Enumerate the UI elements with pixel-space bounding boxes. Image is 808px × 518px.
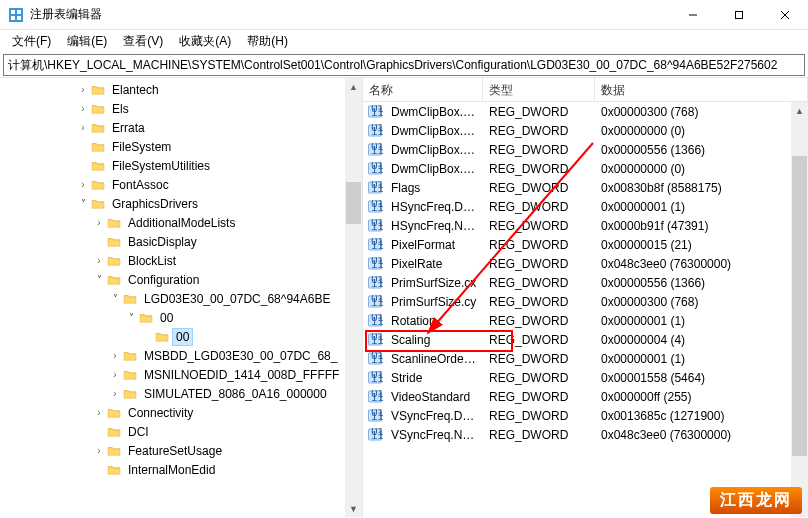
tree-item[interactable]: InternalMonEdid	[12, 460, 362, 479]
value-row[interactable]: 011110DwmClipBox.leftREG_DWORD0x00000000…	[363, 121, 808, 140]
menu-bar: 文件(F) 编辑(E) 查看(V) 收藏夹(A) 帮助(H)	[0, 30, 808, 52]
expand-icon[interactable]: ›	[108, 369, 122, 380]
tree-item[interactable]: ˅GraphicsDrivers	[12, 194, 362, 213]
expand-icon[interactable]: ›	[92, 407, 106, 418]
tree-item[interactable]: 00	[12, 327, 362, 346]
menu-file[interactable]: 文件(F)	[4, 31, 59, 52]
value-row[interactable]: 011110VSyncFreq.Den...REG_DWORD0x0013685…	[363, 406, 808, 425]
menu-help[interactable]: 帮助(H)	[239, 31, 296, 52]
close-button[interactable]	[762, 0, 808, 30]
tree-item[interactable]: ›Errata	[12, 118, 362, 137]
tree-item[interactable]: ›SIMULATED_8086_0A16_000000	[12, 384, 362, 403]
folder-icon	[106, 273, 122, 287]
scroll-thumb[interactable]	[792, 156, 807, 456]
list-pane: 名称 类型 数据 011110DwmClipBox.b...REG_DWORD0…	[363, 78, 808, 517]
value-row[interactable]: 011110DwmClipBox.ri...REG_DWORD0x0000055…	[363, 140, 808, 159]
tree-item[interactable]: ˅00	[12, 308, 362, 327]
tree-scrollbar[interactable]: ▲ ▼	[345, 78, 362, 517]
expand-icon[interactable]: ›	[76, 84, 90, 95]
value-row[interactable]: 011110PixelFormatREG_DWORD0x00000015 (21…	[363, 235, 808, 254]
registry-tree[interactable]: ›Elantech›Els›ErrataFileSystemFileSystem…	[0, 80, 362, 479]
value-row[interactable]: 011110StrideREG_DWORD0x00001558 (5464)	[363, 368, 808, 387]
collapse-icon[interactable]: ˅	[92, 274, 106, 285]
collapse-icon[interactable]: ˅	[124, 312, 138, 323]
expand-icon[interactable]: ›	[108, 350, 122, 361]
column-type[interactable]: 类型	[483, 78, 595, 101]
svg-rect-2	[17, 10, 21, 14]
folder-icon	[90, 159, 106, 173]
value-row[interactable]: 011110PrimSurfSize.cxREG_DWORD0x00000556…	[363, 273, 808, 292]
scroll-up-button[interactable]: ▲	[791, 102, 808, 119]
value-type: REG_DWORD	[483, 371, 595, 385]
tree-item[interactable]: FileSystemUtilities	[12, 156, 362, 175]
tree-item[interactable]: ›FeatureSetUsage	[12, 441, 362, 460]
value-name: HSyncFreq.Den...	[385, 200, 483, 214]
value-row[interactable]: 011110RotationREG_DWORD0x00000001 (1)	[363, 311, 808, 330]
menu-view[interactable]: 查看(V)	[115, 31, 171, 52]
tree-item-label: BasicDisplay	[125, 234, 200, 250]
expand-icon[interactable]: ›	[92, 445, 106, 456]
svg-text:110: 110	[371, 239, 383, 251]
expand-icon[interactable]: ›	[92, 217, 106, 228]
value-row[interactable]: 011110DwmClipBox.b...REG_DWORD0x00000300…	[363, 102, 808, 121]
reg-dword-icon: 011110	[367, 352, 383, 366]
expand-icon[interactable]: ›	[108, 388, 122, 399]
menu-favorites[interactable]: 收藏夹(A)	[171, 31, 239, 52]
tree-item[interactable]: DCI	[12, 422, 362, 441]
tree-item[interactable]: ›Connectivity	[12, 403, 362, 422]
value-row[interactable]: 011110FlagsREG_DWORD0x00830b8f (8588175)	[363, 178, 808, 197]
expand-icon[interactable]: ›	[76, 179, 90, 190]
tree-item[interactable]: FileSystem	[12, 137, 362, 156]
value-row[interactable]: 011110ScalingREG_DWORD0x00000004 (4)	[363, 330, 808, 349]
tree-item-label: Els	[109, 101, 132, 117]
value-row[interactable]: 011110PixelRateREG_DWORD0x048c3ee0 (7630…	[363, 254, 808, 273]
expand-icon[interactable]: ›	[76, 122, 90, 133]
value-data: 0x00000015 (21)	[595, 238, 808, 252]
column-data[interactable]: 数据	[595, 78, 808, 101]
minimize-button[interactable]	[670, 0, 716, 30]
tree-item[interactable]: ›MSNILNOEDID_1414_008D_FFFFF	[12, 365, 362, 384]
reg-dword-icon: 011110	[367, 181, 383, 195]
folder-icon	[122, 349, 138, 363]
value-row[interactable]: 011110ScanlineOrderi...REG_DWORD0x000000…	[363, 349, 808, 368]
svg-text:110: 110	[371, 372, 383, 384]
tree-item-label: Configuration	[125, 272, 202, 288]
maximize-button[interactable]	[716, 0, 762, 30]
value-row[interactable]: 011110DwmClipBox.topREG_DWORD0x00000000 …	[363, 159, 808, 178]
folder-icon	[106, 406, 122, 420]
value-row[interactable]: 011110HSyncFreq.Den...REG_DWORD0x0000000…	[363, 197, 808, 216]
expand-icon[interactable]: ›	[92, 255, 106, 266]
tree-item[interactable]: ›BlockList	[12, 251, 362, 270]
menu-edit[interactable]: 编辑(E)	[59, 31, 115, 52]
value-row[interactable]: 011110VSyncFreq.Nu...REG_DWORD0x048c3ee0…	[363, 425, 808, 444]
value-type: REG_DWORD	[483, 105, 595, 119]
collapse-icon[interactable]: ˅	[76, 198, 90, 209]
scroll-up-button[interactable]: ▲	[345, 78, 362, 95]
value-row[interactable]: 011110PrimSurfSize.cyREG_DWORD0x00000300…	[363, 292, 808, 311]
tree-item[interactable]: ˅Configuration	[12, 270, 362, 289]
column-name[interactable]: 名称	[363, 78, 483, 101]
address-bar[interactable]: 计算机\HKEY_LOCAL_MACHINE\SYSTEM\ControlSet…	[3, 54, 805, 76]
scroll-down-button[interactable]: ▼	[345, 500, 362, 517]
tree-item[interactable]: ›AdditionalModeLists	[12, 213, 362, 232]
collapse-icon[interactable]: ˅	[108, 293, 122, 304]
tree-item[interactable]: ›Elantech	[12, 80, 362, 99]
value-row[interactable]: 011110VideoStandardREG_DWORD0x000000ff (…	[363, 387, 808, 406]
tree-item-label: 00	[173, 329, 192, 345]
tree-item[interactable]: ›Els	[12, 99, 362, 118]
tree-item[interactable]: ›FontAssoc	[12, 175, 362, 194]
value-type: REG_DWORD	[483, 200, 595, 214]
value-row[interactable]: 011110HSyncFreq.Nu...REG_DWORD0x0000b91f…	[363, 216, 808, 235]
scroll-thumb[interactable]	[346, 182, 361, 224]
value-name: PixelFormat	[385, 238, 483, 252]
value-data: 0x000000ff (255)	[595, 390, 808, 404]
value-data: 0x00000556 (1366)	[595, 143, 808, 157]
value-data: 0x048c3ee0 (76300000)	[595, 257, 808, 271]
value-name: Rotation	[385, 314, 483, 328]
expand-icon[interactable]: ›	[76, 103, 90, 114]
tree-item[interactable]: BasicDisplay	[12, 232, 362, 251]
tree-item[interactable]: ˅LGD03E30_00_07DC_68^94A6BE	[12, 289, 362, 308]
list-scrollbar[interactable]: ▲ ▼	[791, 102, 808, 517]
tree-item-label: FeatureSetUsage	[125, 443, 225, 459]
tree-item[interactable]: ›MSBDD_LGD03E30_00_07DC_68_	[12, 346, 362, 365]
